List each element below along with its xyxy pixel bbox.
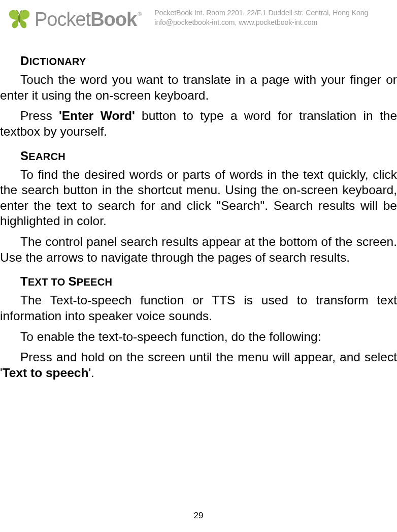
tts-paragraph-1: The Text-to-speech function or TTS is us… <box>0 293 397 324</box>
page-header: PocketBook® PocketBook Int. Room 2201, 2… <box>0 0 397 32</box>
butterfly-icon <box>7 7 31 32</box>
address-line-2: info@pocketbook-int.com, www.pocketbook-… <box>154 18 390 27</box>
heading-text-to-speech: TEXT TO SPEECH <box>20 274 397 289</box>
tts-paragraph-3: Press and hold on the screen until the m… <box>0 350 397 381</box>
search-paragraph-2: The control panel search results appear … <box>0 234 397 265</box>
search-paragraph-1: To find the desired words or parts of wo… <box>0 167 397 230</box>
address-line-1: PocketBook Int. Room 2201, 22/F.1 Duddel… <box>154 8 390 18</box>
tts-paragraph-2: To enable the text-to-speech function, d… <box>0 329 397 345</box>
page-content: DICTIONARY Touch the word you want to tr… <box>0 32 397 381</box>
dictionary-paragraph-2: Press 'Enter Word' button to type a word… <box>0 108 397 139</box>
dictionary-paragraph-1: Touch the word you want to translate in … <box>0 72 397 103</box>
brand-word-light: Pocket <box>35 9 90 30</box>
svg-point-0 <box>18 14 20 23</box>
company-address: PocketBook Int. Room 2201, 22/F.1 Duddel… <box>154 5 390 27</box>
brand-name: PocketBook® <box>35 9 140 30</box>
registered-mark: ® <box>138 11 141 17</box>
heading-dictionary: DICTIONARY <box>20 54 397 68</box>
brand-word-bold: Book <box>90 9 137 30</box>
heading-search: SEARCH <box>20 149 397 163</box>
brand-logo: PocketBook® <box>7 5 140 32</box>
page-number: 29 <box>0 511 397 521</box>
